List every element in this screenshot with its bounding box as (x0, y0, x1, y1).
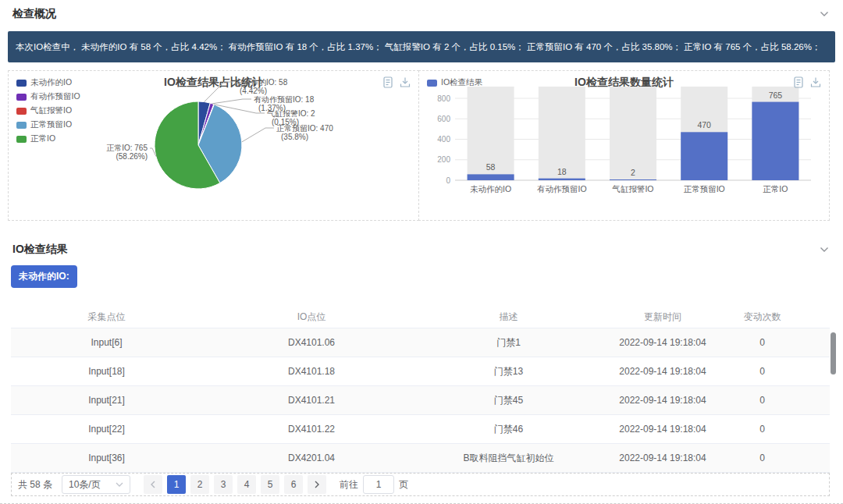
page-buttons: 123456 (165, 475, 305, 494)
chevron-right-icon (314, 481, 320, 488)
column-header: 采集点位 (11, 306, 202, 328)
summary-text: 本次IO检查中， 未动作的IO 有 58 个，占比 4.42%； 有动作预留IO… (16, 41, 820, 53)
page-button-1[interactable]: 1 (167, 475, 186, 494)
table-cell: B取料阻挡气缸初始位 (421, 444, 596, 473)
table-row[interactable]: Input[18]DX4101.18门禁132022-09-14 19:18:0… (11, 357, 830, 386)
table-cell: 2022-09-14 19:18:04 (596, 357, 729, 386)
legend-item-1[interactable]: 有动作预留IO (16, 91, 80, 102)
column-header: 更新时间 (596, 306, 729, 328)
overview-section-header[interactable]: 检查概况 (0, 0, 843, 28)
results-section-header[interactable]: IO检查结果 (0, 236, 843, 264)
table-cell: DX4101.18 (202, 357, 421, 386)
table-cell: 2022-09-14 19:18:04 (596, 386, 729, 415)
chart-text: 765 (769, 91, 783, 100)
page-size-value: 10条/页 (69, 478, 101, 492)
legend-label: IO检查结果 (441, 77, 482, 88)
gutter-cell (795, 386, 830, 415)
legend-item-3[interactable]: 正常预留IO (16, 119, 80, 130)
bar-legend[interactable]: IO检查结果 (427, 77, 482, 88)
next-page-button[interactable] (308, 475, 326, 494)
table-cell: 2022-09-14 19:18:04 (596, 328, 729, 357)
results-table: 采集点位IO点位描述更新时间变动次数 Input[6]DX4101.06门禁12… (11, 306, 830, 473)
column-header: IO点位 (202, 306, 421, 328)
table-cell: DX4101.22 (202, 415, 421, 444)
report-icon[interactable] (793, 76, 804, 88)
pie-panel-toolbar (382, 76, 411, 88)
legend-swatch (16, 136, 27, 143)
legend-item-2[interactable]: 气缸报警IO (16, 105, 80, 116)
chart-text: (4.42%) (240, 87, 267, 95)
chart-text: (35.8%) (281, 133, 308, 141)
overview-title: 检查概况 (12, 7, 56, 21)
column-header: 变动次数 (729, 306, 795, 328)
bar-1[interactable] (539, 179, 585, 180)
table-cell: 门禁1 (421, 328, 596, 357)
gutter-cell (795, 328, 830, 357)
gutter-cell (795, 444, 830, 473)
page-button-2[interactable]: 2 (190, 475, 209, 494)
chart-text: 0 (446, 176, 450, 185)
download-icon[interactable] (810, 76, 821, 88)
legend-item-4[interactable]: 正常IO (16, 133, 80, 144)
page-size-select[interactable]: 10条/页 (62, 475, 130, 494)
chart-text: 有动作预留IO: 18 (254, 95, 315, 104)
table-cell: Input[36] (11, 444, 202, 473)
gutter-column (795, 306, 830, 328)
bar-2[interactable] (610, 179, 656, 180)
table-cell: 0 (729, 444, 795, 473)
legend-label: 有动作预留IO (30, 91, 80, 102)
page-button-3[interactable]: 3 (214, 475, 233, 494)
pie-label-leader (205, 82, 233, 102)
scrollbar-thumb[interactable] (831, 332, 836, 374)
chevron-down-icon[interactable] (820, 247, 829, 253)
chart-text: 未动作的IO: 58 (234, 78, 288, 87)
bar-0[interactable] (468, 174, 514, 180)
chart-text: 正常预留IO (684, 184, 725, 193)
table-cell: DX4101.06 (202, 328, 421, 357)
chart-text: 800 (437, 94, 450, 103)
prev-page-button[interactable] (144, 475, 162, 494)
chart-text: 正常IO (763, 184, 788, 193)
table-cell: 门禁45 (421, 386, 596, 415)
legend-item-0[interactable]: 未动作的IO (16, 77, 80, 88)
gutter-cell (795, 415, 830, 444)
table-scrollbar[interactable] (831, 332, 836, 469)
table-row[interactable]: Input[36]DX4201.04B取料阻挡气缸初始位2022-09-14 1… (11, 444, 830, 473)
chart-text: 未动作的IO (470, 184, 511, 193)
legend-swatch (16, 94, 27, 101)
table-cell: 0 (729, 328, 795, 357)
page-button-6[interactable]: 6 (284, 475, 303, 494)
legend-swatch (16, 108, 27, 115)
bar-panel-toolbar (793, 76, 821, 88)
bar-3[interactable] (681, 132, 727, 180)
table-row[interactable]: Input[21]DX4101.21门禁452022-09-14 19:18:0… (11, 386, 830, 415)
chart-text: 正常预留IO: 470 (276, 124, 333, 133)
filter-badge[interactable]: 未动作的IO: (11, 265, 77, 288)
report-icon[interactable] (382, 76, 393, 88)
table-cell: 门禁46 (421, 415, 596, 444)
table-row[interactable]: Input[6]DX4101.06门禁12022-09-14 19:18:040 (11, 328, 830, 357)
page-button-4[interactable]: 4 (237, 475, 256, 494)
column-header: 描述 (421, 306, 596, 328)
download-icon[interactable] (400, 76, 411, 88)
chart-text: 470 (697, 120, 711, 130)
legend-label: 未动作的IO (30, 77, 72, 88)
goto-unit: 页 (399, 478, 408, 492)
chevron-down-icon[interactable] (820, 11, 829, 17)
results-title: IO检查结果 (12, 243, 68, 257)
table-cell: Input[6] (11, 328, 202, 357)
table-cell: 0 (729, 357, 795, 386)
chart-text: (58.26%) (116, 152, 148, 161)
pie-label-leader (212, 99, 251, 104)
table-cell: Input[18] (11, 357, 202, 386)
table-cell: Input[21] (11, 386, 202, 415)
io-inspection-page: 检查概况 本次IO检查中， 未动作的IO 有 58 个，占比 4.42%； 有动… (0, 0, 843, 504)
table-cell: 0 (729, 415, 795, 444)
table-cell: DX4201.04 (202, 444, 421, 473)
goto-page-input[interactable] (363, 475, 394, 494)
page-button-5[interactable]: 5 (261, 475, 279, 494)
legend-swatch (16, 122, 27, 129)
table-header-row: 采集点位IO点位描述更新时间变动次数 (11, 306, 830, 328)
table-row[interactable]: Input[22]DX4101.22门禁462022-09-14 19:18:0… (11, 415, 830, 444)
bar-4[interactable] (752, 102, 799, 180)
